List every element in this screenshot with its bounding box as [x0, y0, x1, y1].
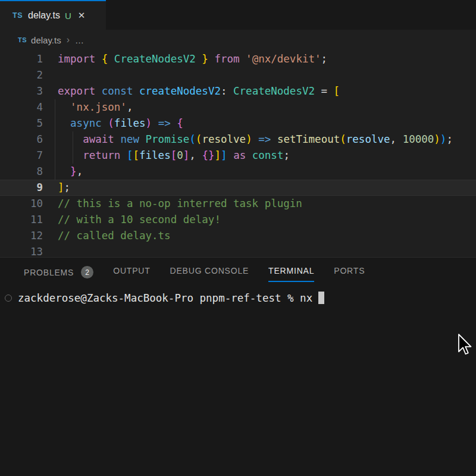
panel-tab-label: PORTS: [334, 266, 365, 275]
code-line-7[interactable]: 7 return [[files[0], {}]] as const;: [0, 148, 476, 164]
code-line-13[interactable]: 13: [0, 244, 476, 257]
code-text: await new Promise((resolve) => setTimeou…: [58, 131, 453, 148]
code-line-3[interactable]: 3export const createNodesV2: CreateNodes…: [0, 83, 476, 99]
line-number: 11: [0, 212, 43, 228]
code-text: ];: [58, 180, 70, 195]
code-text: return [[files[0], {}]] as const;: [58, 148, 290, 164]
problems-count-badge: 2: [81, 266, 93, 278]
line-number: 1: [0, 51, 43, 67]
line-number: 12: [0, 228, 43, 244]
line-number: 2: [0, 67, 43, 83]
code-line-9[interactable]: 9];: [0, 180, 476, 196]
breadcrumb[interactable]: TS delay.ts › …: [0, 30, 476, 50]
chevron-right-icon: ›: [67, 35, 70, 45]
code-line-8[interactable]: 8 },: [0, 164, 476, 180]
line-number: 8: [0, 164, 43, 180]
vscode-window: TS delay.ts U ✕ TS delay.ts › … 1import …: [0, 0, 476, 476]
code-text: // with a 10 second delay!: [58, 212, 221, 228]
code-line-11[interactable]: 11// with a 10 second delay!: [0, 212, 476, 228]
line-number: 13: [0, 244, 43, 257]
panel-tab-label: PROBLEMS: [24, 268, 74, 277]
code-line-12[interactable]: 12// called delay.ts: [0, 228, 476, 244]
code-line-6[interactable]: 6 await new Promise((resolve) => setTime…: [0, 131, 476, 148]
line-number: 3: [0, 83, 43, 99]
indent-guide: [73, 131, 73, 164]
code-line-4[interactable]: 4 'nx.json',: [0, 99, 476, 115]
typescript-file-icon: TS: [18, 36, 27, 43]
panel-tab-problems[interactable]: PROBLEMS2: [24, 266, 93, 285]
code-text: 'nx.json',: [58, 99, 133, 115]
panel-tab-ports[interactable]: PORTS: [334, 266, 365, 282]
code-text: // called delay.ts: [58, 228, 171, 244]
line-number: 4: [0, 99, 43, 115]
panel-tab-terminal[interactable]: TERMINAL: [268, 266, 314, 282]
breadcrumb-more[interactable]: …: [75, 35, 84, 45]
code-editor[interactable]: 1import { CreateNodesV2 } from '@nx/devk…: [0, 50, 476, 257]
code-lines: 1import { CreateNodesV2 } from '@nx/devk…: [0, 51, 476, 257]
close-icon[interactable]: ✕: [78, 10, 86, 21]
code-text: export const createNodesV2: CreateNodesV…: [58, 83, 340, 99]
line-number: 5: [0, 115, 43, 131]
line-number: 10: [0, 196, 43, 212]
code-line-5[interactable]: 5 async (files) => {: [0, 115, 476, 131]
command-decoration-icon: [5, 295, 12, 302]
tab-delay-ts[interactable]: TS delay.ts U ✕: [0, 0, 106, 30]
terminal-cursor: [318, 292, 324, 304]
breadcrumb-file[interactable]: delay.ts: [31, 35, 61, 45]
panel-tab-output[interactable]: OUTPUT: [113, 266, 150, 282]
terminal-prompt: zackderose@Zacks-MacBook-Pro pnpm-ref-te…: [18, 292, 312, 304]
typescript-file-icon: TS: [12, 11, 23, 20]
git-status-untracked-badge: U: [65, 11, 71, 21]
code-line-2[interactable]: 2: [0, 67, 476, 83]
code-text: // this is a no-op interred task plugin: [58, 196, 302, 212]
indent-guide: [55, 99, 55, 180]
code-text: },: [58, 164, 83, 180]
panel-tab-label: DEBUG CONSOLE: [170, 266, 249, 275]
line-number: 6: [0, 131, 43, 148]
bottom-panel: PROBLEMS2OUTPUTDEBUG CONSOLETERMINALPORT…: [0, 257, 476, 476]
code-line-10[interactable]: 10// this is a no-op interred task plugi…: [0, 196, 476, 212]
line-number: 7: [0, 148, 43, 164]
code-line-1[interactable]: 1import { CreateNodesV2 } from '@nx/devk…: [0, 51, 476, 67]
tab-title: delay.ts: [28, 10, 60, 21]
panel-tab-bar: PROBLEMS2OUTPUTDEBUG CONSOLETERMINALPORT…: [0, 258, 476, 285]
editor-tab-bar: TS delay.ts U ✕: [0, 0, 476, 30]
panel-tab-debug-console[interactable]: DEBUG CONSOLE: [170, 266, 249, 282]
panel-tab-label: OUTPUT: [113, 266, 150, 275]
code-text: import { CreateNodesV2 } from '@nx/devki…: [58, 51, 327, 67]
code-text: async (files) => {: [58, 115, 183, 131]
panel-tab-label: TERMINAL: [268, 266, 314, 275]
terminal[interactable]: zackderose@Zacks-MacBook-Pro pnpm-ref-te…: [0, 290, 476, 306]
line-number: 9: [0, 180, 43, 195]
